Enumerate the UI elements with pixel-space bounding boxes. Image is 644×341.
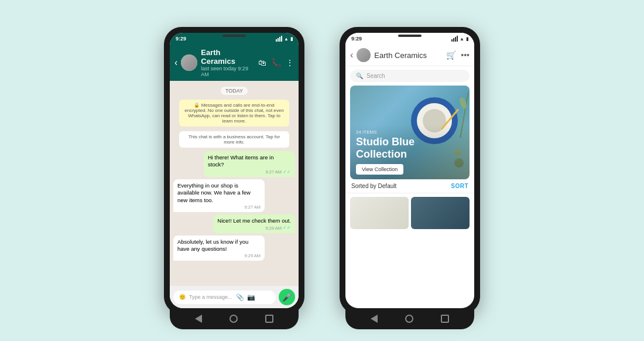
r-signal-bar-1 <box>451 39 453 42</box>
item-thumb-2 <box>411 197 470 229</box>
encryption-notice[interactable]: 🔒 Messages and calls are end-to-end encr… <box>179 100 289 127</box>
chat-body: TODAY 🔒 Messages and calls are end-to-en… <box>170 81 299 286</box>
status-icons-right: ▲ ▮ <box>451 36 468 42</box>
attach-icon[interactable]: 📎 <box>236 294 244 301</box>
catalog-items-grid <box>345 193 474 233</box>
view-collection-button[interactable]: View Collection <box>356 164 403 175</box>
catalog-header: ‹ Earth Ceramics 🛒 ••• <box>345 45 474 66</box>
contact-name-right: Earth Ceramics <box>374 51 443 60</box>
bubble-time-3: 9:29 AM ✓✓ <box>217 225 291 231</box>
wa-header: ‹ Earth Ceramics last seen today 9:29 AM… <box>170 45 299 81</box>
more-icon-left[interactable]: ⋮ <box>286 58 294 67</box>
signal-bar-1 <box>276 39 277 42</box>
hero-overlay: 24 ITEMS Studio Blue Collection View Col… <box>350 125 470 179</box>
bubble-text-1: Hi there! What items are in stock? <box>208 154 291 169</box>
back-button-right[interactable]: ‹ <box>350 50 353 60</box>
bubble-received-2: Absolutely, let us know if you have any … <box>173 236 265 261</box>
phones-container: 9:29 ▲ ▮ ‹ <box>164 27 480 314</box>
bottom-bar-right <box>345 308 474 329</box>
camera-icon[interactable]: 📷 <box>247 294 255 301</box>
message-input[interactable]: 🙂 Type a message... 📎 📷 <box>173 291 276 304</box>
hero-title: Studio Blue Collection <box>356 136 464 161</box>
back-button-left[interactable]: ‹ <box>174 57 177 68</box>
signal-bar-3 <box>279 37 280 42</box>
bubble-text-3: Nice!! Let me check them out. <box>217 217 291 224</box>
catalog-item-2[interactable] <box>411 197 470 229</box>
call-icon[interactable]: 📞 <box>271 58 281 67</box>
bubble-time-1: 9:27 AM ✓✓ <box>208 169 291 175</box>
sort-button[interactable]: SORT <box>451 183 468 189</box>
sort-label: Sorted by Default <box>351 183 396 189</box>
phone-left: 9:29 ▲ ▮ ‹ <box>164 27 304 314</box>
signal-bar-4 <box>281 36 282 42</box>
chat-input-bar: 🙂 Type a message... 📎 📷 🎤 <box>170 286 299 308</box>
bubble-time-4: 9:29 AM <box>177 253 261 259</box>
signal-left <box>276 36 282 42</box>
read-tick-2: ✓✓ <box>283 225 291 231</box>
contact-info-left: Earth Ceramics last seen today 9:29 AM <box>201 48 255 77</box>
bubble-sent-2: Nice!! Let me check them out. 9:29 AM ✓✓ <box>213 214 295 233</box>
search-icon: 🔍 <box>356 73 363 79</box>
r-signal-bar-4 <box>457 36 458 42</box>
search-placeholder: Search <box>366 73 385 79</box>
bubble-text-4: Absolutely, let us know if you have any … <box>177 238 261 253</box>
r-signal-bar-3 <box>455 37 456 42</box>
nav-home-right[interactable] <box>405 315 413 323</box>
nav-recent-right[interactable] <box>441 315 449 323</box>
contact-name-left: Earth Ceramics <box>201 48 255 66</box>
business-notice[interactable]: This chat is with a business account. Ta… <box>179 131 289 148</box>
read-tick-1: ✓✓ <box>283 169 291 175</box>
bubble-received-1: Everything in our shop is available now.… <box>173 179 265 212</box>
battery-icon-right: ▮ <box>466 36 468 42</box>
signal-right <box>451 36 458 42</box>
wifi-icon-right: ▲ <box>460 36 464 42</box>
bubble-text-2: Everything in our shop is available now.… <box>177 182 261 204</box>
emoji-icon[interactable]: 🙂 <box>179 294 186 300</box>
nav-back-left[interactable] <box>195 315 202 323</box>
signal-bar-2 <box>278 38 279 42</box>
header-icons-left: 🛍 📞 ⋮ <box>258 58 294 67</box>
battery-icon-left: ▮ <box>290 36 293 42</box>
header-icons-right: 🛒 ••• <box>446 50 470 60</box>
nav-home-left[interactable] <box>229 315 238 323</box>
r-signal-bar-2 <box>453 38 454 42</box>
catalog-search[interactable]: 🔍 Search <box>350 70 470 82</box>
phone-right-screen: 9:29 ▲ ▮ ‹ Earth Ceramics <box>345 33 474 308</box>
bottom-bar-left <box>170 308 299 329</box>
catalog-item-1[interactable] <box>350 197 409 229</box>
status-time-left: 9:29 <box>176 36 186 42</box>
phone-left-screen: 9:29 ▲ ▮ ‹ <box>170 33 299 308</box>
more-icon-right[interactable]: ••• <box>461 50 470 60</box>
bag-icon[interactable]: 🛍 <box>258 58 266 67</box>
avatar-img-left <box>181 54 197 71</box>
input-placeholder: Type a message... <box>189 294 232 300</box>
nav-recent-left[interactable] <box>265 315 273 323</box>
cart-icon[interactable]: 🛒 <box>446 50 456 60</box>
mic-icon: 🎤 <box>282 293 292 302</box>
bubble-sent-1: Hi there! What items are in stock? 9:27 … <box>204 151 295 177</box>
bubble-time-2: 9:27 AM <box>177 204 261 210</box>
contact-avatar-left <box>181 54 197 71</box>
catalog-hero: 24 ITEMS Studio Blue Collection View Col… <box>350 86 470 179</box>
sort-bar: Sorted by Default SORT <box>345 179 474 193</box>
nav-back-right[interactable] <box>371 315 378 323</box>
item-thumb-1 <box>350 197 409 229</box>
speaker-right <box>398 35 422 37</box>
chat-date-badge: TODAY <box>221 87 248 95</box>
status-time-right: 9:29 <box>351 36 362 42</box>
contact-avatar-right <box>357 48 371 62</box>
wifi-icon-left: ▲ <box>284 36 289 42</box>
status-icons-left: ▲ ▮ <box>276 36 293 42</box>
input-right-icons: 📎 📷 <box>236 294 255 301</box>
speaker <box>222 35 246 37</box>
hero-items-count: 24 ITEMS <box>356 129 464 135</box>
phone-right: 9:29 ▲ ▮ ‹ Earth Ceramics <box>340 27 480 314</box>
contact-status-left: last seen today 9:29 AM <box>201 66 255 77</box>
mic-button[interactable]: 🎤 <box>279 289 295 305</box>
